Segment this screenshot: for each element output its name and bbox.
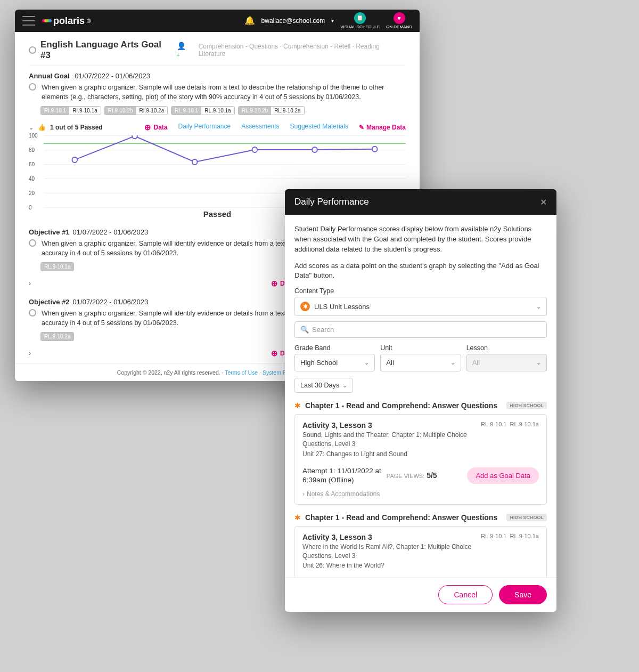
chapter-icon: ✱ [294,513,301,522]
suggested-materials-link[interactable]: Suggested Materials [290,123,348,132]
breadcrumb: Comprehension - Questions · Comprehensio… [199,43,406,58]
bell-icon[interactable]: 🔔 [244,15,255,26]
chevron-down-icon[interactable]: ▾ [331,18,334,23]
activity-title: Activity 3, Lesson 3 [302,533,481,541]
grade-tag: HIGH SCHOOL [506,402,547,409]
polaris-logo-icon [43,19,51,22]
svg-point-1 [132,135,137,139]
content-type-label: Content Type [294,287,547,295]
activity-title: Activity 3, Lesson 3 [302,421,481,430]
topbar: polaris® 🔔 bwallace@school.com ▾ 📋 VISUA… [15,10,420,32]
y-tick: 100 [29,133,38,139]
menu-icon[interactable] [22,16,35,26]
activity-unit: Unit 27: Changes to Light and Sound [302,450,481,459]
annual-goal-label: Annual Goal [29,72,70,80]
uls-icon: ✱ [300,302,310,311]
svg-point-5 [372,147,378,152]
grade-band-label: Grade Band [294,344,375,352]
modal-para-2: Add scores as a data point on the studen… [294,261,547,281]
visual-schedule-icon[interactable]: 📋 [354,12,366,24]
expand-icon[interactable]: › [29,350,31,357]
activity-subtitle: Where in the World Is Rami Ali?, Chapter… [302,543,481,561]
y-tick: 80 [29,147,35,153]
grade-tag: HIGH SCHOOL [506,514,547,521]
unit-label: Unit [380,344,461,352]
activity-unit: Unit 26: Where in the World? [302,561,481,570]
save-button[interactable]: Save [499,585,547,604]
objective-dates: 01/07/2022 - 01/06/2023 [73,298,149,306]
objective-dates: 01/07/2022 - 01/06/2023 [73,228,149,236]
close-icon[interactable]: ✕ [540,197,547,207]
chapter-header: ✱Chapter 1 - Read and Comprehend: Answer… [294,513,547,522]
add-as-goal-data-button[interactable]: Add as Goal Data [467,467,539,484]
passed-count: 1 out of 5 Passed [50,124,103,131]
activity-subtitle: Sound, Lights and the Theater, Chapter 1… [302,431,481,449]
visual-schedule-label: VISUAL SCHEDULE [340,25,380,30]
y-tick: 60 [29,161,35,167]
objective-ring [29,239,36,247]
notes-toggle[interactable]: ›Notes & Accommodations [302,490,539,498]
assessments-link[interactable]: Assessments [241,123,279,132]
goal-title: English Language Arts Goal #3 [40,39,173,61]
chapter-icon: ✱ [294,401,301,410]
svg-point-3 [252,147,257,152]
date-range-select[interactable]: Last 30 Days⌄ [294,378,353,393]
grade-band-select[interactable]: High School⌄ [294,354,375,371]
svg-point-4 [312,147,317,152]
activity-card: Activity 3, Lesson 3Sound, Lights and th… [294,414,547,504]
objective-title: Objective #1 [29,228,70,236]
modal-para-1: Student Daily Performance scores display… [294,224,547,255]
chapter-title: Chapter 1 - Read and Comprehend: Answer … [305,513,497,522]
user-email[interactable]: bwallace@school.com [261,17,325,25]
standard-tag: RI.9-10.1RI.9-10.1a [40,106,101,115]
standard-tag: RL.9-10.2a [40,332,74,341]
activity-card: Activity 3, Lesson 3Where in the World I… [294,526,547,577]
standard-tag: RL.9-10.2bRL.9-10.2a [238,106,305,115]
standard-tag: RL.9-10.1a [40,262,74,271]
brand-name: polaris [53,15,85,27]
goal-description: When given a graphic organizer, Sample w… [42,83,406,102]
chapter-title: Chapter 1 - Read and Comprehend: Answer … [305,401,497,410]
on-demand-label: ON DEMAND [386,25,412,30]
search-input[interactable]: 🔍 Search [294,321,547,338]
data-link[interactable]: ⊕Data [144,123,167,132]
standard-tag: RL.9-10.1RL.9-10.1a [171,106,234,115]
daily-performance-link[interactable]: Daily Performance [178,123,231,132]
thumb-up-icon: 👍 [38,124,46,131]
modal-title: Daily Performance [294,197,369,207]
terms-link[interactable]: Terms of Use [225,369,258,376]
goal-status-ring [29,46,36,54]
goal-desc-ring [29,83,36,91]
on-demand-icon[interactable]: ♥ [394,12,405,24]
svg-point-2 [192,159,198,165]
pencil-icon: ✎ [359,124,364,131]
content-type-select[interactable]: ✱ ULS Unit Lessons ⌄ [294,297,547,316]
annual-goal-dates: 01/07/2022 - 01/06/2023 [75,72,150,80]
unit-select[interactable]: All⌄ [380,354,461,371]
activity-standards: RL.9-10.1 RL.9-10.1a [481,421,539,427]
objective-title: Objective #2 [29,298,70,306]
chevron-right-icon: › [302,490,305,498]
svg-point-0 [72,157,77,163]
standards-tags: RI.9-10.1RI.9-10.1aRI.9-10.2bRI.9-10.2aR… [40,106,406,115]
expand-icon[interactable]: › [29,280,31,287]
manage-data-link[interactable]: ✎Manage Data [359,123,406,132]
activity-standards: RL.9-10.1 RL.9-10.1a [481,533,539,539]
y-tick: 40 [29,176,35,182]
cancel-button[interactable]: Cancel [438,585,493,604]
page-views: PAGE VIEWS:5/5 [387,471,437,480]
chevron-down-icon: ⌄ [536,303,541,310]
objective-ring [29,309,36,317]
collapse-icon[interactable]: ⌄ [29,124,34,131]
daily-performance-modal: Daily Performance ✕ Student Daily Perfor… [285,189,556,612]
chapter-header: ✱Chapter 1 - Read and Comprehend: Answer… [294,401,547,410]
standard-tag: RI.9-10.2bRI.9-10.2a [104,106,168,115]
attempt-info: Attempt 1: 11/01/2022 at6:39am (Offline) [302,466,381,485]
lesson-label: Lesson [466,344,547,352]
brand-logo[interactable]: polaris® [43,15,91,27]
search-icon: 🔍 [300,326,309,334]
y-tick: 0 [29,205,32,210]
add-person-icon[interactable]: 👤+ [177,42,189,59]
lesson-select: All⌄ [466,354,547,371]
y-tick: 20 [29,190,35,196]
